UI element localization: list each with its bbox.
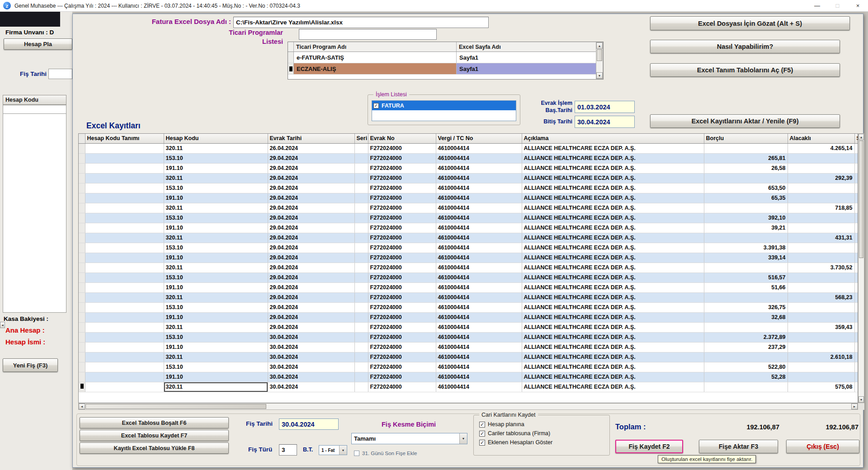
cell-sto[interactable]: [854, 253, 858, 263]
cell-tarih[interactable]: 29.04.2024: [268, 173, 354, 183]
cell-tanim[interactable]: [85, 372, 164, 382]
close-icon[interactable]: ×: [848, 0, 868, 11]
minimize-icon[interactable]: —: [807, 0, 827, 11]
record-row[interactable]: 320.1130.04.2024F2720240004610004414ALLI…: [79, 382, 858, 392]
cell-borclu[interactable]: [704, 173, 788, 183]
cell-sto[interactable]: [854, 292, 858, 302]
cell-tarih[interactable]: 29.04.2024: [268, 302, 354, 312]
cell-vergi[interactable]: 4610004414: [436, 223, 522, 233]
record-row[interactable]: 320.1130.04.2024F2720240004610004414ALLI…: [79, 352, 858, 362]
cell-vergi[interactable]: 4610004414: [436, 382, 522, 392]
cell-seri[interactable]: [354, 233, 368, 243]
cell-tanim[interactable]: [85, 163, 164, 173]
record-row[interactable]: 153.1029.04.2024F2720240004610004414ALLI…: [79, 243, 858, 253]
cell-borclu[interactable]: 65,35: [704, 193, 788, 203]
cell-tanim[interactable]: [85, 342, 164, 352]
cell-alacakli[interactable]: 575,08: [788, 382, 854, 392]
cell-evrakno[interactable]: F272024000: [368, 143, 436, 153]
sheet-name-cell[interactable]: Sayfa1: [457, 52, 596, 63]
cell-vergi[interactable]: 4610004414: [436, 163, 522, 173]
cell-kodu[interactable]: 320.11: [164, 263, 268, 273]
cell-aciklama[interactable]: ALLIANCE HEALTHCARE ECZA DEP. A.Ş.: [522, 372, 704, 382]
cell-vergi[interactable]: 4610004414: [436, 253, 522, 263]
cell-sto[interactable]: [854, 372, 858, 382]
cell-alacakli[interactable]: 292,39: [788, 173, 854, 183]
cell-seri[interactable]: [354, 302, 368, 312]
cell-tarih[interactable]: 29.04.2024: [268, 292, 354, 302]
cell-tanim[interactable]: [85, 263, 164, 273]
record-row[interactable]: 191.1030.04.2024F2720240004610004414ALLI…: [79, 342, 858, 352]
cell-tarih[interactable]: 30.04.2024: [268, 372, 354, 382]
cell-seri[interactable]: [354, 223, 368, 233]
islem-item[interactable]: ✓FATURA: [372, 101, 516, 110]
cell-aciklama[interactable]: ALLIANCE HEALTHCARE ECZA DEP. A.Ş.: [522, 213, 704, 223]
cell-tarih[interactable]: 29.04.2024: [268, 153, 354, 163]
record-row[interactable]: 153.1029.04.2024F2720240004610004414ALLI…: [79, 213, 858, 223]
cell-alacakli[interactable]: [788, 243, 854, 253]
cell-tarih[interactable]: 29.04.2024: [268, 312, 354, 322]
cell-kodu[interactable]: 191.10: [164, 253, 268, 263]
cell-borclu[interactable]: 653,50: [704, 183, 788, 193]
cell-evrakno[interactable]: F272024000: [368, 332, 436, 342]
transfer-refresh-button[interactable]: Excel Kayıtlarını Aktar / Yenile (F9): [650, 114, 840, 128]
cell-borclu[interactable]: 516,57: [704, 273, 788, 282]
record-row[interactable]: 191.1029.04.2024F2720240004610004414ALLI…: [79, 312, 858, 322]
cell-sto[interactable]: [854, 243, 858, 253]
row-selector-cell[interactable]: [79, 223, 85, 233]
cell-evrakno[interactable]: F272024000: [368, 312, 436, 322]
row-selector-cell[interactable]: [79, 282, 85, 292]
cell-aciklama[interactable]: ALLIANCE HEALTHCARE ECZA DEP. A.Ş.: [522, 312, 704, 322]
cell-evrakno[interactable]: F272024000: [368, 273, 436, 282]
records-horizontal-scrollbar[interactable]: ◄ ►: [78, 403, 858, 410]
cell-aciklama[interactable]: ALLIANCE HEALTHCARE ECZA DEP. A.Ş.: [522, 332, 704, 342]
row-selector-cell[interactable]: [79, 233, 85, 243]
cell-vergi[interactable]: 4610004414: [436, 372, 522, 382]
cell-kodu[interactable]: 153.10: [164, 213, 268, 223]
scroll-right-icon[interactable]: ►: [851, 404, 858, 409]
row-selector-cell[interactable]: [79, 362, 85, 372]
record-row[interactable]: 320.1129.04.2024F2720240004610004414ALLI…: [79, 233, 858, 243]
cell-alacakli[interactable]: [788, 153, 854, 163]
cell-seri[interactable]: [354, 352, 368, 362]
cell-seri[interactable]: [354, 273, 368, 282]
cell-tarih[interactable]: 29.04.2024: [268, 263, 354, 273]
cell-borclu[interactable]: [704, 322, 788, 332]
cell-evrakno[interactable]: F272024000: [368, 382, 436, 392]
record-row[interactable]: 320.1129.04.2024F2720240004610004414ALLI…: [79, 263, 858, 273]
cell-evrakno[interactable]: F272024000: [368, 203, 436, 213]
cell-tanim[interactable]: [85, 243, 164, 253]
cell-borclu[interactable]: 265,81: [704, 153, 788, 163]
row-selector-cell[interactable]: [79, 253, 85, 263]
cell-vergi[interactable]: 4610004414: [436, 213, 522, 223]
cell-alacakli[interactable]: [788, 372, 854, 382]
cell-vergi[interactable]: 4610004414: [436, 143, 522, 153]
cell-seri[interactable]: [354, 382, 368, 392]
record-row[interactable]: 320.1129.04.2024F2720240004610004414ALLI…: [79, 292, 858, 302]
cell-borclu[interactable]: [704, 292, 788, 302]
cell-aciklama[interactable]: ALLIANCE HEALTHCARE ECZA DEP. A.Ş.: [522, 163, 704, 173]
cell-alacakli[interactable]: 431,31: [788, 233, 854, 243]
cell-kodu[interactable]: 153.10: [164, 332, 268, 342]
scroll-up-icon[interactable]: ▲: [859, 134, 864, 140]
cell-evrakno[interactable]: F272024000: [368, 253, 436, 263]
bt-select[interactable]: 1 - Fat ▼: [319, 445, 347, 455]
scroll-left-icon[interactable]: ◄: [79, 404, 85, 409]
cell-sto[interactable]: [854, 322, 858, 332]
cell-kodu[interactable]: 153.10: [164, 302, 268, 312]
cell-sto[interactable]: [854, 263, 858, 273]
cell-evrakno[interactable]: F272024000: [368, 292, 436, 302]
cell-aciklama[interactable]: ALLIANCE HEALTHCARE ECZA DEP. A.Ş.: [522, 223, 704, 233]
scroll-left-icon[interactable]: ◄: [0, 322, 5, 328]
header-borclu[interactable]: Borçlu: [704, 134, 788, 143]
cell-tarih[interactable]: 26.04.2024: [268, 143, 354, 153]
cell-kodu[interactable]: 153.10: [164, 183, 268, 193]
cell-seri[interactable]: [354, 183, 368, 193]
cell-kodu[interactable]: 191.10: [164, 282, 268, 292]
cell-seri[interactable]: [354, 342, 368, 352]
cell-alacakli[interactable]: 3.730,52: [788, 263, 854, 273]
cell-borclu[interactable]: [704, 382, 788, 392]
cell-kodu[interactable]: 320.11: [164, 233, 268, 243]
cell-seri[interactable]: [354, 312, 368, 322]
cell-tanim[interactable]: [85, 223, 164, 233]
cell-tarih[interactable]: 29.04.2024: [268, 282, 354, 292]
